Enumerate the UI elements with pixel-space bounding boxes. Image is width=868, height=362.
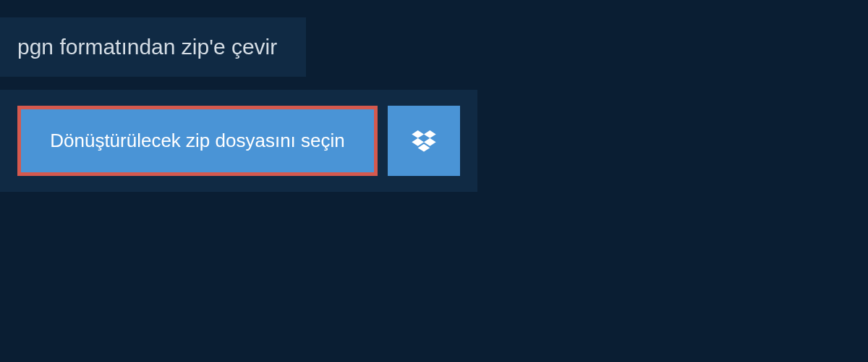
upload-panel: Dönüştürülecek zip dosyasını seçin [0,90,477,192]
dropbox-button[interactable] [388,106,460,176]
select-file-button[interactable]: Dönüştürülecek zip dosyasını seçin [17,106,378,176]
dropbox-icon [412,130,436,152]
select-file-label: Dönüştürülecek zip dosyasını seçin [50,130,345,152]
header-bar: pgn formatından zip'e çevir [0,17,306,77]
page-title: pgn formatından zip'e çevir [17,35,277,59]
